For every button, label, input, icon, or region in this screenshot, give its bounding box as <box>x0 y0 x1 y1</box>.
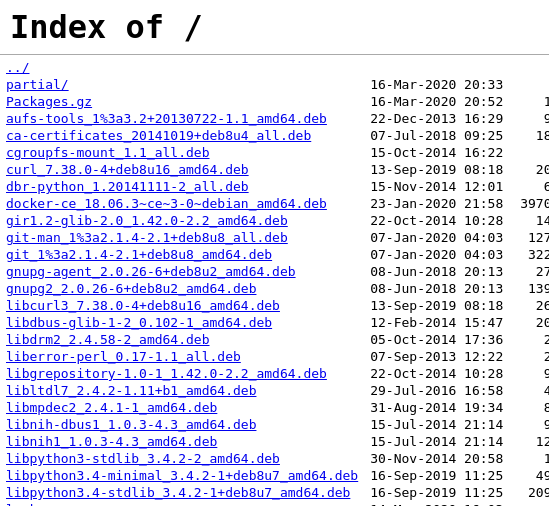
page-title: Index of / <box>0 0 549 55</box>
file-size: 95724 <box>514 365 549 382</box>
file-size: 2095472 <box>514 484 549 501</box>
file-link[interactable]: libnih1_1.0.3-4.3_amd64.deb <box>6 434 217 449</box>
file-size: 127332 <box>514 433 549 450</box>
table-row: libcurl3_7.38.0-4+deb8u16_amd64.deb13-Se… <box>0 297 549 314</box>
table-row: libpython3-stdlib_3.4.2-2_amd64.deb30-No… <box>0 450 549 467</box>
file-link[interactable]: libpython3-stdlib_3.4.2-2_amd64.deb <box>6 451 280 466</box>
file-date: 22-Dec-2013 16:29 <box>364 110 514 127</box>
file-date: 07-Jan-2020 04:03 <box>364 229 514 246</box>
file-link[interactable]: libpython3.4-stdlib_3.4.2-1+deb8u7_amd64… <box>6 485 350 500</box>
file-link[interactable]: Packages.gz <box>6 94 92 109</box>
table-row: git_1%3a2.1.4-2.1+deb8u8_amd64.deb07-Jan… <box>0 246 549 263</box>
file-link[interactable]: dbr-python_1.20141111-2_all.deb <box>6 179 249 194</box>
file-size: 261272 <box>514 297 549 314</box>
file-date: 07-Jul-2018 09:25 <box>364 127 514 144</box>
file-link[interactable]: gnupg-agent_2.0.26-6+deb8u2_amd64.deb <box>6 264 296 279</box>
table-row: curl_7.38.0-4+deb8u16_amd64.deb13-Sep-20… <box>0 161 549 178</box>
table-row: ../- <box>0 59 549 76</box>
table-row: Packages.gz16-Mar-2020 20:5214620 <box>0 93 549 110</box>
table-row: libnih1_1.0.3-4.3_amd64.deb15-Jul-2014 2… <box>0 433 549 450</box>
file-size: 18118 <box>514 450 549 467</box>
file-link[interactable]: git_1%3a2.1.4-2.1+deb8u8_amd64.deb <box>6 247 272 262</box>
file-link[interactable]: curl_7.38.0-4+deb8u16_amd64.deb <box>6 162 249 177</box>
file-link[interactable]: libnih-dbus1_1.0.3-4.3_amd64.deb <box>6 417 256 432</box>
file-link[interactable]: gnupg2_2.0.26-6+deb8u2_amd64.deb <box>6 281 256 296</box>
file-link[interactable]: cgroupfs-mount_1.1_all.deb <box>6 145 210 160</box>
file-link[interactable]: libpython3.4-minimal_3.4.2-1+deb8u7_amd6… <box>6 468 358 483</box>
table-row: cgroupfs-mount_1.1_all.deb15-Oct-2014 16… <box>0 144 549 161</box>
file-size: 39704654 <box>514 195 549 212</box>
file-date: 07-Jan-2020 04:03 <box>364 246 514 263</box>
table-row: libpython3.4-minimal_3.4.2-1+deb8u7_amd6… <box>0 467 549 484</box>
file-link[interactable]: partial/ <box>6 77 69 92</box>
file-size: 201764 <box>514 161 549 178</box>
file-date: 31-Aug-2014 19:34 <box>364 399 514 416</box>
file-link[interactable]: libdrm2_2.4.58-2_amd64.deb <box>6 332 210 347</box>
file-link[interactable]: ../ <box>6 60 29 75</box>
file-size: 85710 <box>514 399 549 416</box>
file-date: 23-Jan-2020 21:58 <box>364 195 514 212</box>
file-size: 97056 <box>514 416 549 433</box>
file-date: 22-Oct-2014 10:28 <box>364 212 514 229</box>
file-date: 16-Sep-2019 11:25 <box>364 484 514 501</box>
table-row: liberror-perl_0.17-1.1_all.deb07-Sep-201… <box>0 348 549 365</box>
file-size: 1270134 <box>514 229 549 246</box>
table-row: lock14-Mar-2020 16:030 <box>0 501 549 506</box>
file-link[interactable]: libdbus-glib-1-2_0.102-1_amd64.deb <box>6 315 272 330</box>
file-date: 15-Jul-2014 21:14 <box>364 433 514 450</box>
table-row: docker-ce_18.06.3~ce~3-0~debian_amd64.de… <box>0 195 549 212</box>
table-row: git-man_1%3a2.1.4-2.1+deb8u8_all.deb07-J… <box>0 229 549 246</box>
file-date: 07-Sep-2013 12:22 <box>364 348 514 365</box>
table-row: libgrepository-1.0-1_1.42.0-2.2_amd64.de… <box>0 365 549 382</box>
file-size: 29894 <box>514 331 549 348</box>
file-date: 22-Oct-2014 10:28 <box>364 365 514 382</box>
file-size: - <box>514 59 549 76</box>
file-link[interactable]: aufs-tools_1%3a3.2+20130722-1.1_amd64.de… <box>6 111 327 126</box>
file-date: 16-Sep-2019 11:25 <box>364 467 514 484</box>
file-date: 15-Oct-2014 16:22 <box>364 144 514 161</box>
file-link[interactable]: docker-ce_18.06.3~ce~3-0~debian_amd64.de… <box>6 196 327 211</box>
file-date: 13-Sep-2019 08:18 <box>364 161 514 178</box>
file-link[interactable]: libcurl3_7.38.0-4+deb8u16_amd64.deb <box>6 298 280 313</box>
table-row: gir1.2-glib-2.0_1.42.0-2.2_amd64.deb22-O… <box>0 212 549 229</box>
file-link[interactable]: ca-certificates_20141019+deb8u4_all.deb <box>6 128 311 143</box>
file-size: - <box>514 76 549 93</box>
table-row: libnih-dbus1_1.0.3-4.3_amd64.deb15-Jul-2… <box>0 416 549 433</box>
file-link[interactable]: gir1.2-glib-2.0_1.42.0-2.2_amd64.deb <box>6 213 288 228</box>
file-date: 13-Sep-2019 08:18 <box>364 297 514 314</box>
file-size: 185432 <box>514 127 549 144</box>
file-link[interactable]: libltdl7_2.4.2-1.11+b1_amd64.deb <box>6 383 256 398</box>
table-row: libdbus-glib-1-2_0.102-1_amd64.deb12-Feb… <box>0 314 549 331</box>
file-link[interactable]: libmpdec2_2.4.1-1_amd64.deb <box>6 400 217 415</box>
file-date: 08-Jun-2018 20:13 <box>364 280 514 297</box>
table-row: libltdl7_2.4.2-1.11+b1_amd64.deb29-Jul-2… <box>0 382 549 399</box>
table-row: ca-certificates_20141019+deb8u4_all.deb0… <box>0 127 549 144</box>
file-date: 30-Nov-2014 20:58 <box>364 450 514 467</box>
file-date: 14-Mar-2020 16:03 <box>364 501 514 506</box>
file-date: 15-Jul-2014 21:14 <box>364 416 514 433</box>
file-link[interactable]: git-man_1%3a2.1.4-2.1+deb8u8_all.deb <box>6 230 288 245</box>
file-size: 494652 <box>514 467 549 484</box>
file-link[interactable]: lock <box>6 502 37 506</box>
file-size: 3224834 <box>514 246 549 263</box>
file-date <box>364 59 514 76</box>
file-size: 0 <box>514 501 549 506</box>
file-date: 16-Mar-2020 20:33 <box>364 76 514 93</box>
file-size: 45378 <box>514 382 549 399</box>
file-size: 272648 <box>514 263 549 280</box>
table-row: gnupg-agent_2.0.26-6+deb8u2_amd64.deb08-… <box>0 263 549 280</box>
table-row: gnupg2_2.0.26-6+deb8u2_amd64.deb08-Jun-2… <box>0 280 549 297</box>
file-date: 29-Jul-2016 16:58 <box>364 382 514 399</box>
table-row: dbr-python_1.20141111-2_all.deb15-Nov-20… <box>0 178 549 195</box>
file-size: 92886 <box>514 110 549 127</box>
file-link[interactable]: liberror-perl_0.17-1.1_all.deb <box>6 349 241 364</box>
file-size: 1398300 <box>514 280 549 297</box>
file-size: 14620 <box>514 93 549 110</box>
file-link[interactable]: libgrepository-1.0-1_1.42.0-2.2_amd64.de… <box>6 366 327 381</box>
file-date: 08-Jun-2018 20:13 <box>364 263 514 280</box>
file-date: 15-Nov-2014 12:01 <box>364 178 514 195</box>
file-size: 22404 <box>514 348 549 365</box>
file-listing: ../-partial/16-Mar-2020 20:33-Packages.g… <box>0 59 549 506</box>
file-size: 4572 <box>514 144 549 161</box>
file-size: 66386 <box>514 178 549 195</box>
